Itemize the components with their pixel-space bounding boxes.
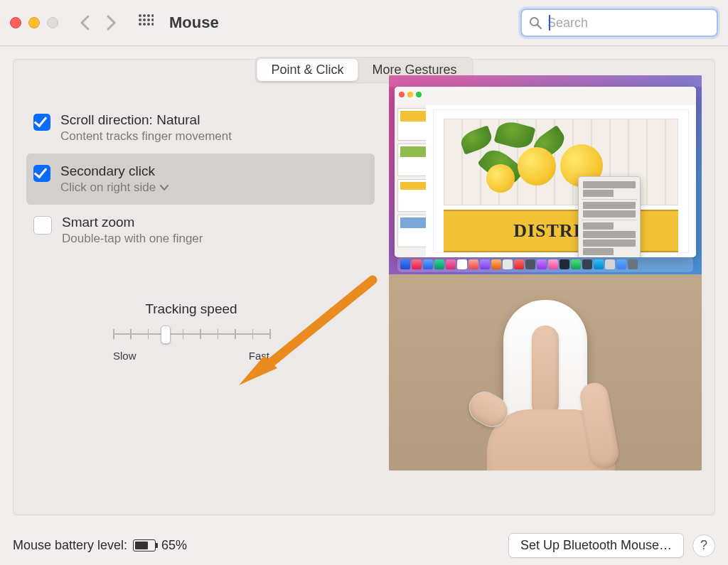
tracking-speed-slider[interactable] [113,325,269,343]
svg-point-0 [139,14,141,17]
checkbox-secondary-click[interactable] [33,165,50,182]
help-button[interactable]: ? [692,534,715,557]
svg-point-1 [143,14,146,17]
option-title: Smart zoom [62,215,203,230]
option-scroll-direction[interactable]: Scroll direction: Natural Content tracks… [26,102,375,154]
svg-point-11 [151,23,154,26]
svg-point-7 [151,18,154,21]
checkbox-scroll-direction[interactable] [33,114,50,131]
battery-icon [133,539,156,551]
svg-point-6 [147,18,150,21]
nav-arrows [80,15,117,31]
battery-percent: 65% [161,538,187,553]
titlebar: Mouse [0,0,728,46]
minimize-window-button[interactable] [28,17,40,28]
svg-point-8 [139,23,141,26]
battery-status: Mouse battery level: 65% [13,538,187,553]
search-field-wrap[interactable] [520,9,718,37]
preview-context-menu [578,176,641,257]
window-title: Mouse [169,14,219,32]
option-title: Secondary click [60,163,168,179]
svg-point-3 [151,14,154,17]
option-subtitle[interactable]: Click on right side [60,181,168,195]
tracking-speed-section: Tracking speed Slow Fast [92,301,291,362]
search-input[interactable] [546,15,714,31]
option-subtitle: Double-tap with one finger [62,232,203,246]
battery-label: Mouse battery level: [13,538,127,553]
slider-fast-label: Fast [249,350,269,362]
search-icon [529,16,542,29]
svg-point-2 [147,14,150,17]
footer-bar: Mouse battery level: 65% Set Up Bluetoot… [13,533,715,558]
options-list: Scroll direction: Natural Content tracks… [26,102,375,256]
close-window-button[interactable] [10,17,21,28]
zoom-window-button [47,17,58,28]
setup-bluetooth-mouse-button[interactable]: Set Up Bluetooth Mouse… [508,533,684,558]
tab-point-click[interactable]: Point & Click [257,59,358,81]
svg-line-13 [537,25,541,28]
svg-point-10 [147,23,150,26]
preview-finger [532,325,559,418]
window-controls [10,17,58,28]
preview-dock [397,257,693,272]
forward-icon[interactable] [107,15,117,31]
preview-desktop: DISTRICT [389,75,702,274]
show-all-prefs-icon[interactable] [138,14,154,32]
tracking-speed-label: Tracking speed [92,301,291,317]
option-secondary-click[interactable]: Secondary click Click on right side [26,154,375,205]
option-smart-zoom[interactable]: Smart zoom Double-tap with one finger [26,205,375,256]
svg-point-9 [143,23,146,26]
preview-app-window: DISTRICT [395,87,696,257]
svg-point-5 [143,18,146,21]
main-panel: Point & Click More Gestures Scroll direc… [13,59,715,515]
preview-pane: DISTRICT [389,75,702,470]
chevron-down-icon [160,184,168,191]
slider-thumb[interactable] [161,325,171,344]
slider-slow-label: Slow [113,350,136,362]
checkbox-smart-zoom[interactable] [33,216,52,235]
option-subtitle: Content tracks finger movement [60,129,232,144]
text-caret [549,15,550,31]
preview-hand-area [389,274,702,470]
svg-point-4 [139,18,141,21]
option-subtitle-text: Click on right side [60,181,156,195]
back-icon[interactable] [80,15,90,31]
option-title: Scroll direction: Natural [60,112,232,128]
